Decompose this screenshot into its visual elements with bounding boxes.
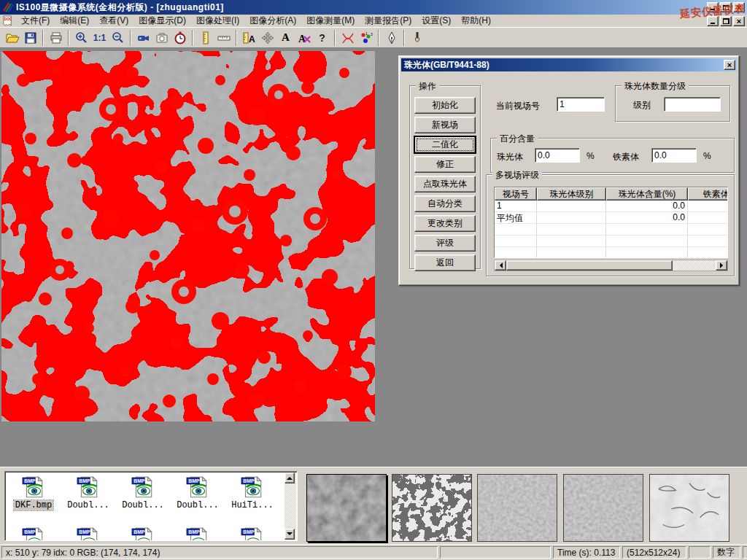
metallographic-image-binarized[interactable] <box>1 51 375 421</box>
help-button[interactable]: ? <box>313 29 331 47</box>
correct-button[interactable]: 修正 <box>414 156 476 173</box>
table-horizontal-scrollbar[interactable] <box>494 260 728 271</box>
calibration-points-button[interactable]: 1 3 <box>357 29 375 47</box>
text-button[interactable]: A <box>276 29 295 47</box>
file-item[interactable]: BMP <box>171 526 225 541</box>
thumbnail-2[interactable] <box>392 474 472 542</box>
file-item[interactable]: BMP <box>7 526 61 541</box>
pen-button[interactable] <box>382 29 400 47</box>
ruler-horizontal-button[interactable] <box>214 29 233 47</box>
menu-measure-report[interactable]: 测量报告(P) <box>360 14 417 28</box>
measure-text-button[interactable]: A <box>240 29 258 47</box>
thumbnail-5[interactable] <box>649 474 729 542</box>
current-field-input[interactable] <box>557 97 605 112</box>
text-style-button[interactable]: A <box>295 29 313 47</box>
init-button[interactable]: 初始化 <box>414 97 476 114</box>
file-name[interactable]: Doubl... <box>120 500 166 510</box>
actual-size-button[interactable]: 1:1 <box>90 29 109 47</box>
menu-file[interactable]: 文件(F) <box>16 14 55 28</box>
scrollbar-track[interactable] <box>285 483 296 529</box>
file-list-scrollbar[interactable] <box>285 472 296 540</box>
cell-level <box>537 212 606 224</box>
menu-settings[interactable]: 设置(S) <box>417 14 456 28</box>
menu-image-processing[interactable]: 图像处理(I) <box>191 14 244 28</box>
rating-table[interactable]: 视场号 珠光体级别 珠光体含量(%) 铁素体含量(%) 1 0.0 平均值 0.… <box>494 187 728 258</box>
rate-button[interactable]: 评级 <box>414 235 476 252</box>
scroll-up-button[interactable] <box>285 472 295 483</box>
open-button[interactable] <box>3 29 21 47</box>
pearlite-percent-input[interactable] <box>535 148 580 163</box>
operations-group-label: 操作 <box>416 80 439 93</box>
child-restore-button[interactable] <box>720 16 732 26</box>
thumbnail-3[interactable] <box>477 474 557 542</box>
child-minimize-button[interactable] <box>707 16 719 26</box>
file-item[interactable]: BMP DKF.bmp <box>7 475 61 510</box>
thumbnail-image <box>564 475 643 541</box>
ferrite-percent-input[interactable] <box>651 148 697 163</box>
file-item[interactable]: BMP <box>225 526 279 541</box>
zoom-out-button[interactable] <box>109 29 127 47</box>
table-row[interactable]: 平均值 0.0 <box>495 212 727 224</box>
video-capture-button[interactable] <box>134 29 152 47</box>
scroll-left-button[interactable] <box>495 260 506 271</box>
video-camera-icon <box>136 31 151 45</box>
menu-help[interactable]: 帮助(H) <box>456 14 496 28</box>
ferrite-label: 铁素体 <box>613 151 639 163</box>
table-row[interactable]: 1 0.0 <box>495 201 727 212</box>
change-class-button[interactable]: 更改类别 <box>414 215 476 232</box>
move-button[interactable] <box>258 29 276 47</box>
curve-button[interactable] <box>338 29 357 47</box>
level-input[interactable] <box>664 97 721 112</box>
left-arrow-icon <box>497 262 503 268</box>
file-name[interactable]: HuiTi... <box>230 500 275 510</box>
menu-view[interactable]: 查看(V) <box>94 14 133 28</box>
file-item[interactable]: BMP <box>61 526 115 541</box>
file-item[interactable]: BMP Doubl... <box>171 475 225 510</box>
header-field-no[interactable]: 视场号 <box>495 187 537 201</box>
minimize-button[interactable] <box>707 2 719 12</box>
zoom-in-button[interactable] <box>72 29 90 47</box>
file-list[interactable]: BMP DKF.bmp BMP Doubl... <box>4 471 298 541</box>
pick-pearlite-button[interactable]: 点取珠光体 <box>414 176 476 192</box>
ruler-vertical-button[interactable] <box>196 29 214 47</box>
dialog-title-bar[interactable]: 珠光体(GB/T9441-88) × <box>401 58 737 71</box>
photo-capture-button[interactable] <box>152 29 171 47</box>
file-item[interactable]: BMP HuiTi... <box>225 475 279 510</box>
binarize-button[interactable]: 二值化 <box>414 136 476 153</box>
bmp-file-icon: BMP <box>21 526 46 541</box>
toolbar-separator <box>378 30 379 46</box>
multi-field-group-label: 多视场评级 <box>492 169 542 182</box>
scrollbar-thumb[interactable] <box>506 260 673 271</box>
file-name[interactable]: DKF.bmp <box>14 500 53 510</box>
file-item[interactable]: BMP Doubl... <box>61 475 115 510</box>
maximize-button[interactable] <box>720 2 732 12</box>
timer-button[interactable] <box>171 29 189 47</box>
thumbnail-4[interactable] <box>563 474 643 542</box>
thumbnail-1[interactable] <box>306 474 387 542</box>
menu-image-analysis[interactable]: 图像分析(A) <box>244 14 301 28</box>
scroll-down-button[interactable] <box>285 529 295 540</box>
auto-classify-button[interactable]: 自动分类 <box>414 195 476 212</box>
text-style-icon: A <box>297 31 311 45</box>
header-pearlite-level[interactable]: 珠光体级别 <box>537 187 606 201</box>
file-item[interactable]: BMP <box>116 526 170 541</box>
menu-edit[interactable]: 编辑(E) <box>55 14 94 28</box>
new-field-button[interactable]: 新视场 <box>414 117 476 133</box>
close-button[interactable]: × <box>733 2 745 12</box>
file-name[interactable]: Doubl... <box>66 500 111 510</box>
status-bar: x: 510 y: 79 idx: 0 RGB: (174, 174, 174)… <box>0 544 747 560</box>
scroll-right-button[interactable] <box>716 260 727 271</box>
brush-button[interactable] <box>408 29 426 47</box>
save-button[interactable] <box>21 29 39 47</box>
file-item[interactable]: BMP Doubl... <box>116 475 170 510</box>
dialog-close-button[interactable]: × <box>724 60 735 70</box>
file-name[interactable]: Doubl... <box>175 500 220 510</box>
scrollbar-track[interactable] <box>673 260 716 271</box>
menu-image-measure[interactable]: 图像测量(M) <box>301 14 360 28</box>
header-pearlite-content[interactable]: 珠光体含量(%) <box>606 187 688 201</box>
child-close-button[interactable]: × <box>733 16 745 26</box>
menu-image-display[interactable]: 图像显示(D) <box>133 14 191 28</box>
print-button[interactable] <box>47 29 65 47</box>
return-button[interactable]: 返回 <box>414 254 476 271</box>
header-ferrite-content[interactable]: 铁素体含量(%) <box>688 187 728 201</box>
